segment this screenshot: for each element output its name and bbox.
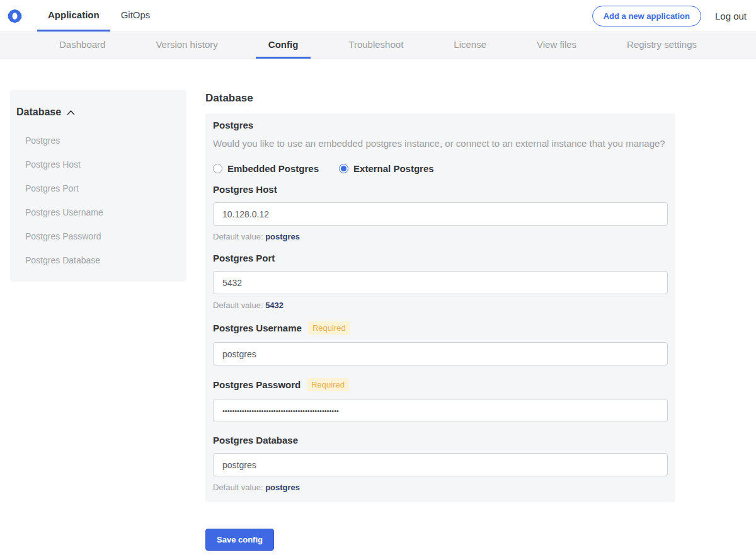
postgres-port-default: Default value: 5432: [213, 301, 668, 310]
postgres-database-input[interactable]: [213, 453, 668, 476]
group-label-postgres: Postgres: [213, 120, 668, 130]
postgres-port-input[interactable]: [213, 271, 668, 294]
config-sidebar: Database Postgres Postgres Host Postgres…: [10, 90, 186, 282]
group-help-text: Would you like to use an embedded postgr…: [213, 138, 668, 149]
postgres-host-default: Default value: postgres: [213, 232, 668, 241]
field-postgres-password-label: Postgres Password: [213, 379, 301, 390]
default-value-label: Default value:: [213, 301, 263, 310]
tab-application-label: Application: [48, 9, 100, 20]
tab-gitops-label: GitOps: [121, 9, 151, 20]
subtab-dashboard-label: Dashboard: [59, 39, 105, 50]
field-postgres-host-label: Postgres Host: [213, 184, 277, 195]
subtab-license-label: License: [454, 39, 486, 50]
add-new-application-button[interactable]: Add a new application: [592, 6, 701, 26]
top-navbar: Application GitOps Add a new application…: [0, 0, 756, 32]
field-postgres-port: Postgres Port Default value: 5432: [213, 253, 668, 310]
postgres-mode-radio-group: Embedded Postgres External Postgres: [213, 163, 668, 174]
subtab-version-history[interactable]: Version history: [143, 32, 230, 59]
radio-embedded-postgres[interactable]: Embedded Postgres: [213, 163, 319, 174]
field-postgres-username: Postgres Username Required: [213, 321, 668, 378]
radio-unselected-icon: [213, 164, 222, 173]
sidebar-item-postgres-password[interactable]: Postgres Password: [16, 231, 180, 241]
tab-gitops[interactable]: GitOps: [110, 0, 161, 32]
subtab-registry-settings-label: Registry settings: [627, 39, 697, 50]
subtab-config[interactable]: Config: [256, 32, 311, 59]
subtab-license[interactable]: License: [441, 32, 499, 59]
field-postgres-host: Postgres Host Default value: postgres: [213, 184, 668, 241]
radio-embedded-postgres-label: Embedded Postgres: [227, 163, 319, 174]
sidebar-item-postgres-username[interactable]: Postgres Username: [16, 207, 180, 217]
default-value-text: postgres: [265, 232, 300, 241]
sidebar-group-database-label: Database: [16, 106, 61, 118]
radio-external-postgres-label: External Postgres: [353, 163, 434, 174]
replicated-logo-icon: [8, 9, 22, 23]
subtab-view-files-label: View files: [537, 39, 576, 50]
subtab-config-label: Config: [268, 39, 298, 50]
field-postgres-database-label: Postgres Database: [213, 435, 298, 445]
top-tabs: Application GitOps: [37, 0, 161, 32]
default-value-label: Default value:: [213, 483, 263, 492]
sidebar-item-postgres[interactable]: Postgres: [16, 135, 180, 146]
subtab-view-files[interactable]: View files: [524, 32, 589, 59]
page-title: Database: [205, 92, 675, 105]
sidebar-item-postgres-database[interactable]: Postgres Database: [16, 255, 180, 265]
tab-application[interactable]: Application: [37, 0, 110, 32]
postgres-host-input[interactable]: [213, 202, 668, 226]
sidebar-group-database[interactable]: Database: [16, 106, 180, 122]
subtab-dashboard[interactable]: Dashboard: [47, 32, 118, 59]
radio-external-postgres[interactable]: External Postgres: [339, 163, 434, 174]
default-value-label: Default value:: [213, 232, 263, 241]
field-postgres-username-label: Postgres Username: [213, 323, 302, 333]
field-postgres-password: Postgres Password Required: [213, 378, 668, 435]
subtab-troubleshoot-label: Troubleshoot: [348, 39, 403, 50]
config-page: Database Postgres Postgres Host Postgres…: [0, 59, 756, 551]
sidebar-item-postgres-host[interactable]: Postgres Host: [16, 159, 180, 169]
database-config-card: Postgres Would you like to use an embedd…: [205, 113, 675, 502]
default-value-text: postgres: [265, 483, 300, 492]
default-value-text: 5432: [265, 301, 284, 310]
radio-selected-icon: [339, 164, 348, 173]
sidebar-item-postgres-port[interactable]: Postgres Port: [16, 183, 180, 193]
config-main: Database Postgres Would you like to use …: [205, 90, 675, 551]
logout-button[interactable]: Log out: [715, 11, 747, 21]
required-badge: Required: [307, 378, 349, 391]
subtab-registry-settings[interactable]: Registry settings: [614, 32, 709, 59]
field-postgres-database: Postgres Database Default value: postgre…: [213, 435, 668, 492]
required-badge: Required: [308, 321, 350, 335]
chevron-up-icon: [67, 110, 75, 115]
save-config-button[interactable]: Save config: [205, 529, 274, 551]
postgres-username-input[interactable]: [213, 342, 668, 365]
top-right-actions: Add a new application Log out: [592, 0, 747, 32]
subtab-version-history-label: Version history: [156, 39, 217, 50]
app-subnav: Dashboard Version history Config Trouble…: [0, 32, 756, 59]
sidebar-item-list: Postgres Postgres Host Postgres Port Pos…: [16, 135, 180, 265]
app-logo[interactable]: [8, 0, 22, 32]
postgres-password-input[interactable]: [213, 399, 668, 422]
postgres-database-default: Default value: postgres: [213, 483, 668, 492]
field-postgres-port-label: Postgres Port: [213, 253, 275, 263]
subtab-troubleshoot[interactable]: Troubleshoot: [336, 32, 416, 59]
